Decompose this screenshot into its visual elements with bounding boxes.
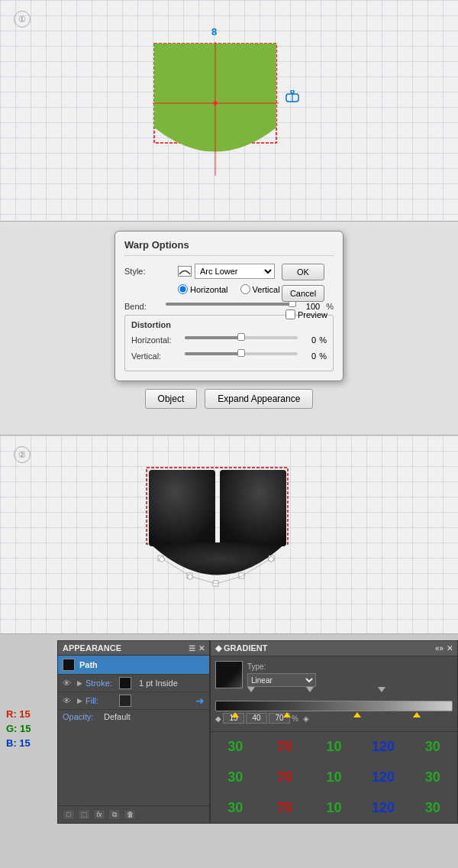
cn-r2c3: 10 [309, 763, 359, 793]
cn-r3c4: 120 [359, 792, 408, 823]
cn-r3c3: 10 [309, 792, 359, 823]
stroke-swatch[interactable] [119, 677, 131, 689]
gradient-panel: ◆ GRADIENT «» ✕ Type: Linear [210, 640, 458, 824]
svg-line-18 [216, 576, 242, 584]
ok-button[interactable]: OK [282, 264, 324, 280]
bend-label: Bend: [124, 302, 166, 311]
rgb-panel: R: 15 G: 15 B: 15 [0, 634, 57, 824]
dialog-content: Style: Arc Lower Horizonta [124, 264, 334, 371]
panel-menu-icon[interactable]: ☰ [189, 644, 195, 653]
stroke-label: Stroke: [85, 679, 116, 688]
cn-r3c2: 70 [260, 792, 310, 823]
cn-r1c2: 70 [260, 732, 310, 763]
stroke-row: 👁 ▶ Stroke: 1 pt Inside [58, 675, 209, 692]
vert-dist-label: Vertical: [131, 351, 185, 361]
svg-rect-14 [239, 573, 244, 578]
grad-stop-2[interactable] [283, 712, 291, 717]
grad-stop-1[interactable] [231, 712, 239, 717]
cancel-button[interactable]: Cancel [282, 285, 324, 302]
grad-stop-top-3[interactable] [378, 687, 385, 692]
step-number-2: ② [14, 446, 31, 463]
grad-stop-top-2[interactable] [306, 687, 314, 692]
stroke-visibility-icon[interactable]: 👁 [63, 679, 71, 688]
opacity-label: Opacity: [63, 712, 101, 721]
grad-stop-3[interactable] [353, 712, 361, 717]
appearance-header: APPEARANCE ☰ ✕ [58, 641, 209, 656]
style-select[interactable]: Arc Lower [195, 264, 275, 279]
vertical-radio[interactable]: Vertical [240, 284, 280, 294]
step-number-1: ① [14, 11, 31, 28]
rgb-b-value: B: 15 [6, 737, 51, 749]
svg-point-6 [291, 90, 294, 93]
vert-dist-value: 0 [298, 351, 316, 361]
panel-close-icon[interactable]: ✕ [198, 644, 205, 653]
delete-item-button[interactable]: 🗑 [124, 809, 136, 820]
expand-appearance-button[interactable]: Expand Appearance [205, 389, 313, 409]
pct-sign: % [292, 714, 298, 723]
pct-icon: ◆ [215, 714, 221, 723]
horiz-dist-percent: % [319, 335, 327, 345]
fx-button[interactable]: fx [93, 809, 105, 820]
fill-visibility-icon[interactable]: 👁 [63, 696, 71, 705]
gradient-slider-area: ◆ 15 40 70 % ◈ [215, 693, 453, 724]
object-button[interactable]: Object [145, 389, 198, 409]
preview-label: Preview [298, 310, 327, 319]
fill-row: 👁 ▶ Fill: ➜ [58, 692, 209, 710]
gradient-type-row: Type: Linear [247, 662, 453, 687]
gradient-collapse-icon[interactable]: «» [435, 644, 443, 653]
copy-item-button[interactable]: ⧉ [108, 809, 121, 820]
opacity-row: Opacity: Default [58, 710, 209, 724]
color-numbers-grid: 30 70 10 120 30 30 70 10 120 30 30 70 10… [211, 731, 457, 823]
gradient-header-icons: «» ✕ [435, 644, 453, 653]
gradient-title: ◆ GRADIENT [215, 643, 268, 653]
header-icons: ☰ ✕ [189, 644, 205, 653]
stroke-chevron-icon[interactable]: ▶ [77, 679, 82, 687]
vert-dist-row: Vertical: 0 % [131, 350, 327, 361]
rgb-g-value: G: 15 [6, 723, 51, 734]
grad-stop-4[interactable] [413, 712, 421, 717]
opacity-value: Default [104, 712, 131, 721]
distortion-group: Distortion Horizontal: 0 % Vertical: [124, 315, 334, 371]
vert-dist-percent: % [319, 351, 327, 361]
pct-val-2: 40 [246, 713, 267, 724]
anchor-label: 8 [211, 26, 217, 37]
gradient-bar-row: Type: Linear [215, 661, 453, 688]
cn-r2c2: 70 [260, 763, 310, 793]
cn-r3c1: 30 [211, 792, 260, 823]
horiz-dist-slider[interactable] [185, 336, 298, 339]
style-label: Style: [124, 267, 178, 276]
gradient-type-select[interactable]: Linear [247, 673, 316, 687]
preview-row[interactable]: Preview [285, 309, 327, 319]
grad-stop-top-1[interactable] [247, 687, 255, 692]
canvas-area-1: ① 8 [0, 0, 458, 222]
path-swatch [63, 659, 75, 671]
dialog-title: Warp Options [124, 239, 334, 256]
preview-checkbox[interactable] [285, 309, 295, 319]
opacity-icon: ◈ [303, 714, 309, 723]
horizontal-radio[interactable]: Horizontal [178, 284, 228, 294]
gradient-content: Type: Linear [211, 656, 457, 731]
gradient-track[interactable] [215, 701, 453, 711]
vert-dist-slider[interactable] [185, 352, 298, 355]
path-label: Path [79, 660, 205, 669]
cn-r2c4: 120 [359, 763, 408, 793]
warp-options-dialog: Warp Options Style: Arc Lower [114, 231, 344, 381]
cn-r2c1: 30 [211, 763, 260, 793]
cn-r1c3: 10 [309, 732, 359, 763]
add-effect-button[interactable]: □ [63, 809, 75, 820]
horiz-dist-label: Horizontal: [131, 335, 185, 345]
gradient-preview-swatch[interactable] [215, 661, 243, 688]
fill-chevron-icon[interactable]: ▶ [77, 697, 82, 704]
top-stops [215, 693, 453, 701]
gradient-close-icon[interactable]: ✕ [447, 644, 453, 653]
canvas-area-2: ② [0, 436, 458, 634]
bend-slider-track[interactable] [166, 303, 294, 306]
gradient-header: ◆ GRADIENT «» ✕ [211, 641, 457, 656]
cn-r1c5: 30 [408, 732, 457, 763]
distortion-title: Distortion [131, 320, 327, 329]
fill-label: Fill: [85, 696, 116, 705]
cn-r3c5: 30 [408, 792, 457, 823]
new-stroke-button[interactable]: ⬚ [78, 809, 90, 820]
fill-swatch[interactable] [119, 695, 131, 707]
svg-line-17 [190, 576, 216, 584]
